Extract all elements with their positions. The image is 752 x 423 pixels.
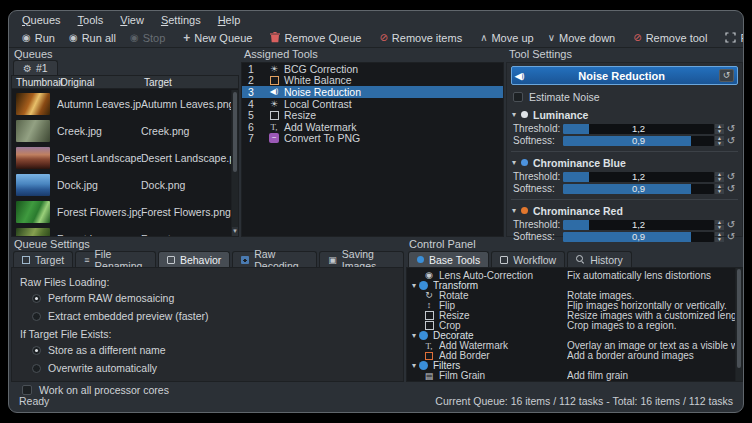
reset-icon[interactable]: ↺ bbox=[724, 219, 738, 230]
spinbox-arrows[interactable]: ▲▼ bbox=[715, 136, 724, 146]
reset-icon[interactable]: ↺ bbox=[724, 135, 738, 146]
spinbox-arrows[interactable]: ▲▼ bbox=[715, 172, 724, 182]
chrominance-blue-softness-row: Softness: 0,9 ▲▼ ↺ bbox=[511, 183, 738, 194]
reset-icon[interactable]: ↺ bbox=[724, 183, 738, 194]
stop-button[interactable]: ◉ Stop bbox=[123, 29, 172, 47]
tree-item-flip[interactable]: ↕ Flip Flip images horizontally or verti… bbox=[409, 300, 742, 310]
radio-overwrite-automatically[interactable]: Overwrite automatically bbox=[32, 362, 395, 374]
tool-item-white-balance[interactable]: 2 White Balance bbox=[242, 75, 503, 87]
queue-tab-1[interactable]: ⚙ #1 bbox=[13, 60, 58, 75]
tool-item-add-watermark[interactable]: 6 T, Add Watermark bbox=[242, 121, 503, 133]
tree-item-lens-auto-correction[interactable]: ◉ Lens Auto-Correction Fix automatically… bbox=[409, 270, 742, 280]
menu-settings[interactable]: Settings bbox=[161, 14, 201, 26]
tree-group-filters[interactable]: ▾ Filters bbox=[409, 361, 742, 371]
vertical-scrollbar: ▼ bbox=[231, 90, 238, 236]
threshold-label: Threshold: bbox=[511, 171, 563, 182]
reset-icon[interactable]: ↺ bbox=[724, 171, 738, 182]
chrominance-blue-section-header[interactable]: ▾ Chrominance Blue bbox=[512, 156, 738, 169]
tool-index: 1 bbox=[248, 63, 264, 75]
col-original[interactable]: Original bbox=[60, 77, 144, 88]
reset-icon[interactable]: ↺ bbox=[724, 123, 738, 134]
tree-item-crop[interactable]: Crop Crop images to a region. bbox=[409, 320, 742, 330]
status-queue-info: Current Queue: 16 items / 112 tasks - To… bbox=[435, 395, 733, 407]
softness-slider[interactable]: 0,9 bbox=[563, 184, 714, 194]
radio-icon bbox=[32, 294, 41, 303]
menu-tools[interactable]: Tools bbox=[78, 14, 104, 26]
luminance-section-header[interactable]: ▾ Luminance bbox=[512, 108, 738, 121]
table-row[interactable]: Desert Landscape.jpg Desert Landscape.pn… bbox=[12, 144, 231, 171]
tree-item-rotate[interactable]: ↻ Rotate Rotate images. bbox=[409, 290, 742, 300]
spinbox-arrows[interactable]: ▲▼ bbox=[715, 184, 724, 194]
softness-slider[interactable]: 0,9 bbox=[563, 136, 714, 146]
radio-icon bbox=[32, 364, 41, 373]
expander-icon[interactable]: ▾ bbox=[409, 331, 419, 340]
tool-item-resize[interactable]: 5 Resize bbox=[242, 109, 503, 121]
trash-icon bbox=[270, 32, 280, 43]
threshold-slider[interactable]: 1,2 bbox=[563, 172, 714, 182]
reset-tool-button[interactable]: ↺ bbox=[719, 69, 734, 82]
tree-item-color-effects[interactable]: Color Effects Apply color effects bbox=[409, 381, 742, 382]
table-row[interactable]: Forest Flowers.jpg Forest Flowers.png bbox=[12, 198, 231, 225]
scrollbar-thumb[interactable] bbox=[233, 92, 237, 172]
tab-behavior-selected[interactable]: Behavior bbox=[158, 251, 230, 267]
table-row[interactable]: Forest.jpg Forest.png bbox=[12, 225, 231, 236]
col-thumbnail[interactable]: Thumbnail bbox=[12, 77, 60, 88]
remove-queue-button[interactable]: Remove Queue bbox=[263, 29, 368, 47]
tab-raw-decoding[interactable]: Raw Decoding bbox=[232, 251, 317, 267]
remove-tool-button[interactable]: ⊘ Remove tool bbox=[626, 29, 714, 47]
tab-base-tools-selected[interactable]: Base Tools bbox=[408, 251, 489, 267]
expander-icon[interactable]: ▾ bbox=[409, 281, 419, 290]
tool-item-bcg-correction[interactable]: 1 ☀ BCG Correction bbox=[242, 63, 503, 75]
scrollbar-thumb[interactable] bbox=[737, 269, 741, 368]
tab-saving-images[interactable]: ▣ Saving Images bbox=[319, 251, 404, 267]
spinbox-arrows[interactable]: ▲▼ bbox=[715, 220, 724, 230]
table-row[interactable]: Autumn Leaves.jpg Autumn Leaves.png bbox=[12, 90, 231, 117]
remove-items-button[interactable]: ⊘ Remove items bbox=[372, 29, 469, 47]
col-target[interactable]: Target bbox=[144, 77, 238, 88]
tool-item-convert-to-png[interactable]: 7 ~ Convert To PNG bbox=[242, 133, 503, 145]
assigned-tools-list: 1 ☀ BCG Correction 2 White Balance 3 ◀ N… bbox=[241, 62, 504, 237]
threshold-slider[interactable]: 1,2 bbox=[563, 220, 714, 230]
run-all-button[interactable]: ◉ Run all bbox=[62, 29, 123, 47]
threshold-slider[interactable]: 1,2 bbox=[563, 124, 714, 134]
tool-item-local-contrast[interactable]: 4 ☀ Local Contrast bbox=[242, 98, 503, 110]
tab-workflow[interactable]: Workflow bbox=[491, 251, 565, 267]
tool-index: 6 bbox=[248, 121, 264, 133]
tree-item-film-grain[interactable]: ▤ Film Grain Add film grain bbox=[409, 371, 742, 381]
estimate-noise-checkbox[interactable] bbox=[513, 92, 523, 102]
tab-label: Base Tools bbox=[429, 254, 480, 266]
radio-store-as-different-name[interactable]: Store as a different name bbox=[32, 344, 395, 356]
move-down-button[interactable]: ∨ Move down bbox=[541, 29, 623, 47]
new-queue-button[interactable]: + New Queue bbox=[176, 29, 259, 47]
chrominance-red-section-header[interactable]: ▾ Chrominance Red bbox=[512, 204, 738, 217]
tree-group-transform[interactable]: ▾ Transform bbox=[409, 280, 742, 290]
move-up-button[interactable]: ∧ Move up bbox=[473, 29, 541, 47]
tab-history[interactable]: History bbox=[567, 251, 632, 267]
chrominance-blue-threshold-row: Threshold: 1,2 ▲▼ ↺ bbox=[511, 171, 738, 182]
tree-item-resize[interactable]: Resize Resize images with a customized l… bbox=[409, 310, 742, 320]
menu-help[interactable]: Help bbox=[218, 14, 241, 26]
tab-label: Behavior bbox=[180, 254, 221, 266]
radio-extract-embedded-preview[interactable]: Extract embedded preview (faster) bbox=[32, 310, 395, 322]
expander-icon[interactable]: ▾ bbox=[409, 361, 419, 370]
table-row[interactable]: Creek.jpg Creek.png bbox=[12, 117, 231, 144]
target-name: Forest.png bbox=[141, 233, 231, 237]
spinbox-arrows[interactable]: ▲▼ bbox=[715, 124, 724, 134]
radio-label: Overwrite automatically bbox=[48, 362, 157, 374]
menu-view[interactable]: View bbox=[120, 14, 144, 26]
tree-group-decorate[interactable]: ▾ Decorate bbox=[409, 331, 742, 341]
tab-target[interactable]: Target bbox=[13, 251, 73, 267]
tree-item-add-watermark[interactable]: T, Add Watermark Overlay an image or tex… bbox=[409, 341, 742, 351]
tab-file-renaming[interactable]: ≡ File Renaming bbox=[75, 251, 156, 267]
rename-tab-icon: ≡ bbox=[84, 255, 89, 265]
radio-perform-raw-demosaicing[interactable]: Perform RAW demosaicing bbox=[32, 292, 395, 304]
run-button[interactable]: ◉ Run bbox=[15, 29, 62, 47]
menu-queues[interactable]: Queues bbox=[22, 14, 61, 26]
gear-icon: ⚙ bbox=[23, 63, 32, 74]
scroll-down-arrow[interactable]: ▼ bbox=[232, 227, 238, 236]
target-name: Forest Flowers.png bbox=[141, 206, 231, 218]
tree-item-add-border[interactable]: Add Border Add a border around images bbox=[409, 351, 742, 361]
tool-item-noise-reduction-selected[interactable]: 3 ◀ Noise Reduction bbox=[242, 86, 503, 98]
fullscreen-button[interactable]: Plein écran bbox=[718, 29, 744, 47]
table-row[interactable]: Dock.jpg Dock.png bbox=[12, 171, 231, 198]
